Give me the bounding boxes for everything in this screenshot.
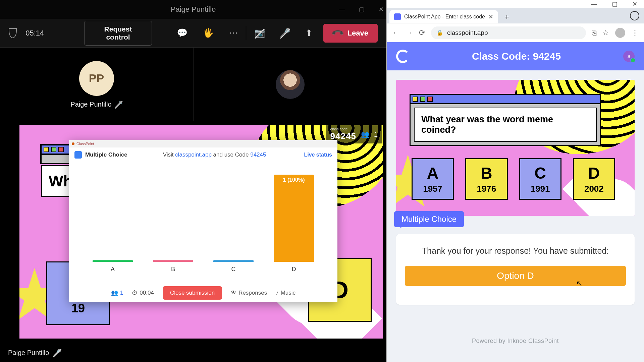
address-bar[interactable]: 🔒 classpoint.app <box>431 26 586 39</box>
timer-value: 00:04 <box>140 290 154 296</box>
forward-icon[interactable]: → <box>406 28 413 37</box>
tab-strip: ClassPoint App - Enter class code ✕ ＋ <box>387 8 644 23</box>
classpoint-app-header: Class Code: 94245 s <box>387 42 644 70</box>
responses-label: Responses <box>238 290 267 296</box>
tab-title: ClassPoint App - Enter class code <box>404 14 485 20</box>
avatar <box>276 70 305 99</box>
header-label: Class Code: <box>472 51 533 62</box>
shared-slide: Wh A 19 D class code 94245 👥 1 <box>19 125 383 339</box>
cp-shell-bar: ClassPoint <box>69 140 337 147</box>
people-icon: 👥 <box>361 130 369 138</box>
bar-category-label: C <box>231 266 236 273</box>
participant-tile[interactable]: PP Paige Puntillo 🎤 <box>0 48 194 121</box>
powered-by: Powered by Inknoe ClassPoint <box>472 326 559 353</box>
thank-you-text: Thank you for your response! You have su… <box>405 246 626 256</box>
close-icon[interactable]: ✕ <box>632 0 637 8</box>
option-a[interactable]: A1957 <box>412 158 454 200</box>
browser-menu-icon[interactable]: ⋮ <box>631 28 639 37</box>
presenter-name: Paige Puntillo <box>8 349 49 357</box>
submitted-option-label: Option D <box>497 270 534 281</box>
cp-shell-label: ClassPoint <box>76 142 94 146</box>
teams-window: Paige Puntillo — ▢ ✕ 05:14 Request contr… <box>0 0 386 362</box>
chart-bar-a: A <box>93 260 133 273</box>
music-label: Music <box>281 290 296 296</box>
results-bar-chart: ABC1 (100%)D <box>69 162 337 283</box>
option-letter: A <box>427 164 439 182</box>
close-icon[interactable]: ✕ <box>379 6 384 13</box>
tab-close-icon[interactable]: ✕ <box>488 13 493 20</box>
back-icon[interactable]: ← <box>392 28 399 37</box>
classpoint-results-window: ClassPoint Multiple Choice Visit classpo… <box>69 140 337 302</box>
classpoint-app-body: What year was the word meme coined? A195… <box>387 70 644 362</box>
muted-icon: 🎤 <box>53 349 61 357</box>
avatar: PP <box>79 61 114 96</box>
more-icon[interactable]: ⋯ <box>229 28 238 38</box>
chat-icon[interactable]: 💬 <box>177 28 187 38</box>
option-year: 1991 <box>531 184 550 194</box>
visit-prefix: Visit <box>163 152 175 158</box>
shield-icon[interactable] <box>9 28 17 38</box>
participant-tile[interactable] <box>194 48 386 121</box>
code-value: 94245 <box>330 131 356 141</box>
maximize-icon[interactable]: ▢ <box>612 0 618 8</box>
multiple-choice-badge: Multiple Choice <box>394 211 464 227</box>
response-card: Thank you for your response! You have su… <box>396 234 635 305</box>
hangup-icon: 📞 <box>331 26 344 40</box>
app-icon <box>72 142 74 145</box>
option-letter: B <box>481 164 492 182</box>
cursor-icon: ↖ <box>576 279 582 288</box>
toolbar-separator <box>246 26 246 40</box>
browser-tab[interactable]: ClassPoint App - Enter class code ✕ <box>389 10 498 23</box>
people-count: 1 <box>374 131 378 138</box>
maximize-icon[interactable]: ▢ <box>359 6 365 13</box>
responses-link[interactable]: 👁 Responses <box>231 290 267 296</box>
live-status-link[interactable]: Live status <box>304 152 332 158</box>
mic-off-icon[interactable]: 🎤 <box>280 28 290 38</box>
minimize-icon[interactable]: — <box>339 6 345 13</box>
new-tab-button[interactable]: ＋ <box>500 10 514 23</box>
visit-code: 94245 <box>250 152 266 158</box>
option-d[interactable]: D2002 <box>573 158 615 200</box>
option-b[interactable]: B1976 <box>465 158 507 200</box>
bar-value-label: 1 (100%) <box>274 177 314 183</box>
leave-label: Leave <box>347 29 368 38</box>
question-slide: What year was the word meme coined? A195… <box>396 80 635 216</box>
profile-avatar-icon[interactable] <box>615 28 625 38</box>
reload-icon[interactable]: ⟳ <box>419 28 425 37</box>
participants-row: PP Paige Puntillo 🎤 <box>0 48 386 121</box>
lock-icon: 🔒 <box>436 29 443 36</box>
visit-link[interactable]: classpoint.app <box>175 152 212 158</box>
chart-bar-d: 1 (100%)D <box>274 175 314 273</box>
count-value: 1 <box>120 290 123 296</box>
option-c[interactable]: C1991 <box>519 158 561 200</box>
share-icon[interactable]: ⬆ <box>305 28 313 38</box>
question-card: What year was the word meme coined? <box>410 94 601 146</box>
option-year: 19 <box>71 301 85 315</box>
teams-titlebar: Paige Puntillo — ▢ ✕ <box>0 0 386 19</box>
presenter-status: Paige Puntillo 🎤 <box>8 349 61 357</box>
respondent-count: 👥 1 <box>111 289 123 296</box>
camera-off-icon[interactable]: 📷 <box>254 28 265 38</box>
chart-bar-b: B <box>153 260 193 273</box>
bookmark-icon[interactable]: ☆ <box>602 28 609 37</box>
code-label: class code <box>330 127 356 131</box>
option-letter: D <box>588 164 600 182</box>
option-year: 1957 <box>423 184 442 194</box>
leave-button[interactable]: 📞 Leave <box>323 24 378 43</box>
close-submission-button[interactable]: Close submission <box>163 286 222 300</box>
tab-search-icon[interactable] <box>630 11 639 20</box>
minimize-icon[interactable]: — <box>591 1 597 8</box>
browser-window: — ▢ ✕ ClassPoint App - Enter class code … <box>386 0 644 362</box>
submission-timer: ⏱ 00:04 <box>132 290 154 296</box>
cp-header: Multiple Choice Visit classpoint.app and… <box>69 147 337 162</box>
favicon-icon <box>394 13 401 20</box>
cp-title: Multiple Choice <box>85 152 127 158</box>
cp-footer: 👥 1 ⏱ 00:04 Close submission 👁 Responses… <box>69 283 337 302</box>
reactions-icon[interactable]: 🖐️ <box>203 28 214 38</box>
install-app-icon[interactable]: ⎘ <box>592 28 596 37</box>
classpoint-logo-icon <box>396 50 410 63</box>
question-text: What year was the word meme coined? <box>414 108 597 142</box>
music-link[interactable]: ♪ Music <box>276 290 296 296</box>
request-control-button[interactable]: Request control <box>84 21 152 46</box>
student-avatar[interactable]: s <box>623 51 635 62</box>
